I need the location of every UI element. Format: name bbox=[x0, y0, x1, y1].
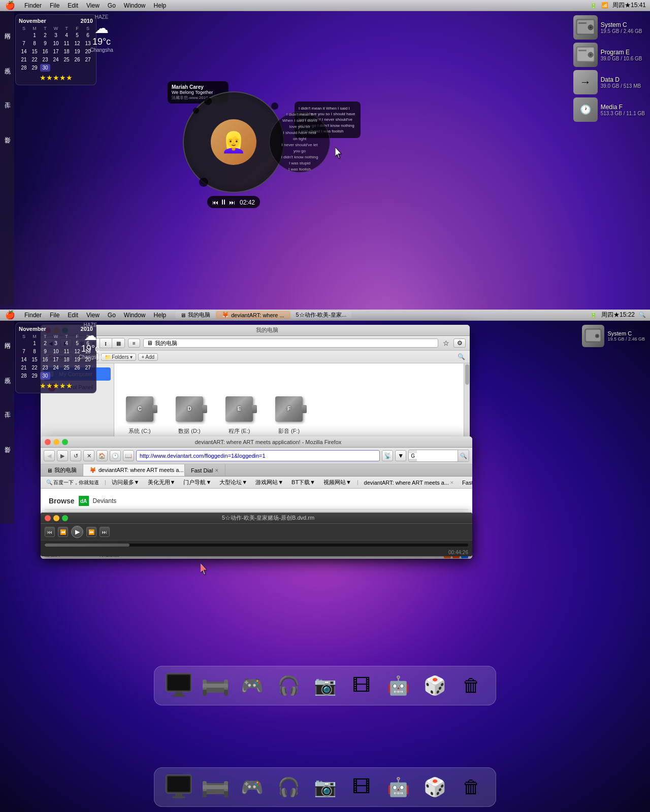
sidebar-item-work[interactable]: 工作 bbox=[3, 95, 12, 99]
vp-next-button[interactable]: ⏭ bbox=[100, 527, 110, 537]
cal-day-num[interactable]: 1 bbox=[29, 31, 40, 39]
menu2-window[interactable]: Window bbox=[120, 312, 150, 319]
browser-reload-button[interactable]: ↺ bbox=[70, 450, 81, 461]
fm-drive-e[interactable]: E 程序 (E:) bbox=[222, 394, 256, 435]
menu-view[interactable]: View bbox=[82, 2, 104, 9]
cal-day-num[interactable]: 7 bbox=[19, 40, 29, 47]
apple-menu-icon-2[interactable]: 🍎 bbox=[0, 310, 20, 320]
dock-robot[interactable]: 🤖 bbox=[382, 669, 414, 702]
disk-data-d[interactable]: → Data D 39.0 GB / 513 MB bbox=[573, 70, 645, 94]
menubar2-search[interactable]: 🔍 bbox=[639, 312, 646, 318]
menu2-help[interactable]: Help bbox=[150, 312, 171, 319]
fm-view-cover[interactable]: ▦ bbox=[112, 339, 124, 348]
browser-back-button[interactable]: ◀ bbox=[44, 450, 55, 461]
vp-minimize-button[interactable] bbox=[53, 515, 59, 521]
cal-day-num[interactable]: 17 bbox=[51, 48, 61, 55]
vp-skip-back-button[interactable]: ⏪ bbox=[58, 527, 68, 537]
fm-gear-button[interactable]: ⚙ bbox=[453, 339, 466, 348]
cal-day-num[interactable]: 22 bbox=[29, 56, 40, 63]
vp-close-button[interactable] bbox=[45, 515, 51, 521]
dock2-camera[interactable]: 📷 bbox=[309, 771, 341, 803]
browser-tab-fastdial-close[interactable]: ✕ bbox=[215, 468, 219, 473]
fm-search-icon[interactable]: 🔍 bbox=[457, 352, 466, 361]
browser-maximize-button[interactable] bbox=[62, 439, 68, 445]
vp-prev-button[interactable]: ⏮ bbox=[45, 527, 55, 537]
cal-day-num[interactable]: 14 bbox=[19, 48, 29, 55]
cal-day-num[interactable] bbox=[19, 31, 29, 39]
fm-drive-d[interactable]: D 数据 (D:) bbox=[172, 394, 207, 435]
dock2-film[interactable]: 🎞 bbox=[345, 771, 378, 803]
vp-progress-bar[interactable] bbox=[45, 544, 468, 547]
bm-deviantart[interactable]: deviantART: where ART meets a... ✕ bbox=[362, 479, 457, 486]
cal-day-num[interactable]: 21 bbox=[19, 56, 29, 63]
vp-maximize-button[interactable] bbox=[62, 515, 68, 521]
bm-games[interactable]: 游戏网站▼ bbox=[253, 478, 286, 487]
fm-action-button[interactable]: ≡ bbox=[128, 339, 140, 348]
bm-deviantart-close[interactable]: ✕ bbox=[450, 480, 454, 485]
dock-monitor[interactable] bbox=[162, 669, 195, 702]
cal-day-num[interactable]: 16 bbox=[40, 48, 50, 55]
menu-file[interactable]: File bbox=[46, 2, 63, 9]
cal-day-num[interactable]: 9 bbox=[40, 40, 50, 47]
menu-finder[interactable]: Finder bbox=[20, 2, 46, 9]
sidebar2-work[interactable]: 工作 bbox=[3, 405, 12, 409]
cal-day-today[interactable]: 30 bbox=[40, 64, 50, 72]
disk-program-e[interactable]: Program E 39.0 GB / 10.6 GB bbox=[573, 43, 645, 67]
browser-home-button[interactable]: 🏠 bbox=[96, 450, 108, 461]
bm-beautify[interactable]: 美化无用▼ bbox=[145, 478, 178, 487]
dock2-couch[interactable] bbox=[199, 771, 232, 803]
fm-add-btn[interactable]: + Add bbox=[138, 353, 158, 361]
fm-folders-btn[interactable]: 📁 Folders ▾ bbox=[101, 353, 136, 361]
cal-day-num[interactable]: 2 bbox=[40, 31, 50, 39]
dock-trash[interactable]: 🗑 bbox=[455, 669, 488, 702]
browser-minimize-button[interactable] bbox=[53, 439, 59, 445]
bm-portal[interactable]: 门户导航▼ bbox=[181, 478, 214, 487]
menubar-tab-video[interactable]: 5☆动作-欧美-皇家... bbox=[291, 311, 352, 319]
dock2-robot[interactable]: 🤖 bbox=[382, 771, 414, 803]
dock2-gamepad[interactable]: 🎮 bbox=[236, 771, 268, 803]
cal-day-num[interactable]: 28 bbox=[19, 64, 29, 72]
music-next-icon[interactable]: ⏭ bbox=[229, 199, 235, 206]
dock2-headphones[interactable]: 🎧 bbox=[272, 771, 305, 803]
bm-fastdial[interactable]: Fast Dial ✕ bbox=[460, 479, 472, 486]
browser-feed-icon2[interactable]: ▼ bbox=[395, 450, 406, 461]
dock-couch[interactable] bbox=[199, 669, 232, 702]
dock-headphones[interactable]: 🎧 bbox=[272, 669, 305, 702]
bm-baidu-icon[interactable]: 🔍 百度一下，你就知道 bbox=[44, 479, 102, 487]
disk-system-c[interactable]: System C 19.5 GB / 2.46 GB bbox=[573, 15, 645, 40]
browser-url-bar[interactable]: http://www.deviantart.com/floggedin=1&lo… bbox=[136, 450, 380, 461]
fm-view-columns[interactable]: ⫿ bbox=[100, 339, 112, 348]
fm-drive-f[interactable]: F 影音 (F:) bbox=[272, 394, 306, 435]
cal-day-num[interactable]: 26 bbox=[72, 56, 82, 63]
sidebar2-network[interactable]: 网络 bbox=[3, 336, 12, 340]
vp-play-button[interactable]: ▶ bbox=[71, 526, 83, 538]
browser-stop-button[interactable]: ✕ bbox=[83, 450, 94, 461]
dock2-monitor[interactable] bbox=[162, 771, 195, 803]
menu2-finder[interactable]: Finder bbox=[20, 312, 46, 319]
browser-forward-button[interactable]: ▶ bbox=[57, 450, 68, 461]
fm-path-bar[interactable]: 🖥 我的电脑 bbox=[143, 339, 438, 348]
browser-bookmark-button[interactable]: 📖 bbox=[123, 450, 134, 461]
browser-tab-mycomputer[interactable]: 🖥 我的电脑 bbox=[41, 464, 83, 476]
cal-day-num[interactable]: 11 bbox=[61, 40, 72, 47]
bm-video[interactable]: 视频网站▼ bbox=[321, 478, 354, 487]
menu-window[interactable]: Window bbox=[120, 2, 150, 9]
cal-day-num[interactable]: 23 bbox=[40, 56, 50, 63]
menu2-go[interactable]: Go bbox=[104, 312, 120, 319]
fm-drive-c[interactable]: C 系统 (C:) bbox=[122, 394, 157, 435]
cal-day-num[interactable]: 8 bbox=[29, 40, 40, 47]
dock-film[interactable]: 🎞 bbox=[345, 669, 378, 702]
menu-edit[interactable]: Edit bbox=[63, 2, 82, 9]
menubar-tab-mycomputer[interactable]: 🖥 我的电脑 bbox=[175, 311, 215, 319]
browser-search-button[interactable]: 🔍 bbox=[458, 450, 469, 461]
cal-day-num[interactable]: 27 bbox=[83, 56, 93, 63]
disk-media-f[interactable]: 🕐 Media F 513.3 GB / 11.1 GB bbox=[573, 97, 645, 122]
music-prev-icon[interactable]: ⏮ bbox=[212, 199, 218, 206]
cal-day-num[interactable]: 10 bbox=[51, 40, 61, 47]
cal-day-num[interactable]: 3 bbox=[51, 31, 61, 39]
dock-camera[interactable]: 📷 bbox=[309, 669, 341, 702]
menu2-edit[interactable]: Edit bbox=[63, 312, 82, 319]
menu2-view[interactable]: View bbox=[82, 312, 104, 319]
bm-bt[interactable]: BT下载▼ bbox=[289, 478, 318, 487]
menu-help[interactable]: Help bbox=[150, 2, 171, 9]
